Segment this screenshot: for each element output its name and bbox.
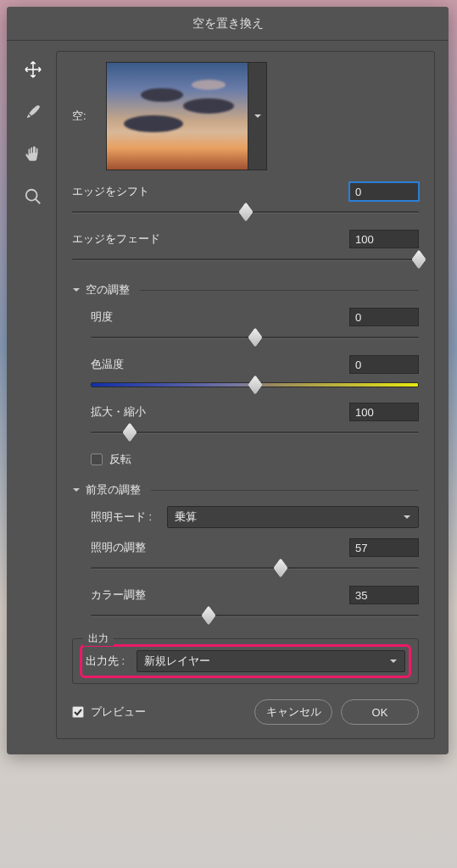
preview-checkbox[interactable] [72, 706, 84, 718]
color-temp-input[interactable] [349, 355, 419, 374]
output-to-value: 新規レイヤー [144, 654, 210, 669]
flip-label: 反転 [109, 452, 131, 467]
color-temp-label: 色温度 [91, 357, 349, 372]
chevron-down-icon [403, 513, 411, 521]
cancel-button[interactable]: キャンセル [254, 699, 332, 725]
output-highlight: 出力先 : 新規レイヤー [80, 644, 411, 678]
flip-checkbox[interactable] [91, 453, 103, 465]
sky-label: 空: [72, 108, 106, 124]
dialog-title: 空を置き換え [7, 7, 449, 41]
chevron-down-icon [72, 486, 81, 494]
color-adjust-slider[interactable] [91, 608, 419, 623]
sky-preset-dropdown[interactable] [248, 62, 267, 170]
output-fieldset: 出力 出力先 : 新規レイヤー [72, 638, 419, 684]
edge-fade-label: エッジをフェード [72, 231, 349, 247]
edge-fade-slider[interactable] [72, 252, 419, 267]
lighting-mode-label: 照明モード : [91, 509, 167, 525]
output-to-select[interactable]: 新規レイヤー [137, 650, 405, 672]
lighting-adjust-label: 照明の調整 [91, 540, 349, 555]
chevron-down-icon [389, 657, 398, 665]
foreground-adjust-section-toggle[interactable]: 前景の調整 [72, 482, 419, 498]
move-tool[interactable] [20, 56, 47, 83]
hand-tool[interactable] [20, 141, 47, 168]
foreground-adjust-section-label: 前景の調整 [86, 482, 141, 498]
edge-shift-input[interactable] [349, 182, 419, 201]
color-adjust-input[interactable] [349, 586, 419, 604]
color-temp-slider[interactable] [91, 377, 419, 392]
zoom-tool[interactable] [20, 183, 47, 210]
brightness-label: 明度 [91, 309, 349, 325]
scale-slider[interactable] [91, 425, 419, 440]
sky-adjust-section-label: 空の調整 [86, 282, 130, 298]
lighting-adjust-input[interactable] [349, 538, 419, 557]
lighting-mode-select[interactable]: 乗算 [167, 506, 419, 528]
scale-input[interactable] [349, 403, 419, 421]
edge-shift-label: エッジをシフト [72, 184, 349, 199]
brush-tool[interactable] [20, 98, 47, 125]
preview-label: プレビュー [91, 704, 146, 720]
chevron-down-icon [72, 286, 81, 294]
lighting-mode-value: 乗算 [175, 509, 197, 525]
svg-point-0 [26, 190, 37, 201]
sky-adjust-section-toggle[interactable]: 空の調整 [72, 282, 419, 298]
color-adjust-label: カラー調整 [91, 587, 349, 603]
brightness-slider[interactable] [91, 330, 419, 345]
ok-button[interactable]: OK [341, 699, 419, 725]
output-to-label: 出力先 : [86, 654, 137, 669]
scale-label: 拡大・縮小 [91, 404, 349, 420]
lighting-adjust-slider[interactable] [91, 560, 419, 576]
brightness-input[interactable] [349, 308, 419, 326]
edge-fade-input[interactable] [349, 230, 419, 248]
output-fieldset-label: 出力 [83, 632, 114, 646]
edge-shift-slider[interactable] [72, 204, 419, 220]
sky-preset-thumbnail[interactable] [106, 62, 248, 170]
